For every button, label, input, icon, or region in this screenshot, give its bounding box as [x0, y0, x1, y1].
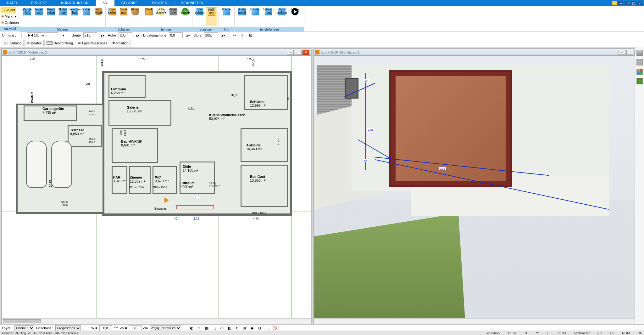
- hoehe-spin-icon[interactable]: ▴▾: [135, 32, 141, 38]
- sidedim-p: 76: [286, 97, 289, 100]
- pane3d-minimize-icon[interactable]: ━: [619, 50, 625, 55]
- 3d-viewport[interactable]: -20 2,85 40 2,15: [314, 56, 642, 318]
- flaeche-button[interactable]: Fläche: [220, 7, 233, 26]
- floorplan-canvas[interactable]: 2.26 4.00 4.00 2m 2m Luftraum6,268 m² Ga…: [2, 56, 311, 318]
- tab-projekt[interactable]: PROJEKT: [24, 0, 54, 6]
- bot-icon-3[interactable]: ▦: [204, 325, 209, 331]
- tab-bearbeiten[interactable]: BEARBEITEN: [175, 0, 211, 6]
- tool3-icon[interactable]: ⊡: [248, 32, 253, 38]
- tab-3d[interactable]: 3D: [96, 0, 114, 6]
- dim-blue-215: 2,15: [193, 194, 200, 198]
- beschriftung-button[interactable]: TXTBeschriftung: [44, 40, 75, 46]
- schatten-button[interactable]: Schatten: [249, 7, 262, 26]
- bot-icon-1[interactable]: ◐: [189, 325, 194, 331]
- hintergrund-button[interactable]: Hinter- grund: [236, 7, 248, 26]
- sidedim-k: 88,5: [119, 130, 122, 135]
- beleuchtung-button[interactable]: Beleuch- tung: [262, 7, 275, 26]
- component-icon: ▭: [26, 41, 30, 45]
- skalieren-button[interactable]: Skalie- ren: [57, 7, 69, 26]
- kollision-button[interactable]: Kolli- sion: [206, 7, 217, 26]
- breite-spin-icon[interactable]: ▴▾: [100, 32, 105, 38]
- tab-konstruktion[interactable]: KONSTRUKTION: [54, 0, 96, 6]
- schatten-rechnen-button[interactable]: Rech- nen: [118, 7, 129, 26]
- sturz-spin-icon[interactable]: ▴▾: [220, 32, 226, 38]
- minimize-icon[interactable]: ━: [618, 1, 623, 5]
- maximize-icon[interactable]: ▢: [631, 1, 636, 5]
- hintergrund-pinsel-button[interactable]: Hin. Pinsel: [93, 7, 104, 26]
- bot-icon-6[interactable]: ◧: [226, 325, 232, 331]
- tab-datei[interactable]: DATEI: [0, 0, 24, 6]
- help-icon[interactable]: ?: [637, 1, 642, 5]
- bot-icon-8[interactable]: ⊞: [242, 325, 247, 331]
- ribbon-group-material: Abgrei- fen Zuwei- sen Bear- beiten Skal…: [20, 6, 106, 31]
- breite-input[interactable]: [83, 32, 97, 38]
- oeffnung-dropdown-icon[interactable]: ▾: [61, 32, 66, 38]
- bearbeiten-button[interactable]: Bear- beiten: [45, 7, 57, 26]
- bot-icon-11[interactable]: ⋮⋮: [264, 325, 270, 331]
- optionen-button[interactable]: ✚Optionen: [1, 20, 19, 26]
- darstellung-button[interactable]: Dar- stellung: [275, 7, 288, 26]
- pane-maximize-icon[interactable]: ❐: [295, 50, 302, 55]
- bot-icon-7[interactable]: ✦: [234, 325, 240, 331]
- bruestung-input[interactable]: [169, 32, 183, 38]
- tab-gelaende[interactable]: GELÄNDE: [114, 0, 145, 6]
- furniture-palette-icon[interactable]: [636, 59, 643, 65]
- objekt-button[interactable]: Objekt: [143, 7, 155, 26]
- bot-icon-10[interactable]: ⊡: [257, 325, 262, 331]
- schatten-pinsel-button[interactable]: Pinsel: [130, 7, 141, 26]
- zuweisen-button[interactable]: Zuwei- sen: [33, 7, 45, 26]
- status-scale: 1:100: [557, 331, 566, 335]
- 3d-titlebar[interactable]: 25 07 2016_Michel.cad:1 ━ ❐ ✕: [314, 49, 642, 56]
- dy-input[interactable]: [129, 325, 142, 331]
- selekt-button[interactable]: ▭Selekt: [1, 7, 16, 13]
- dx-input[interactable]: [99, 325, 112, 331]
- layer-geschoss-button[interactable]: ≋Layer/Geschoss: [76, 40, 109, 46]
- sidedim-c: 101,0: [30, 96, 33, 104]
- geschoss-select[interactable]: Erdgeschos: [55, 325, 81, 331]
- tab-sichten[interactable]: SICHTEN: [145, 0, 174, 6]
- pane-minimize-icon[interactable]: ━: [287, 50, 294, 55]
- schatten-darstellen-button[interactable]: Dar- stellen: [107, 7, 118, 26]
- restore-icon[interactable]: ❐: [625, 1, 630, 5]
- color-palette-icon[interactable]: [636, 69, 643, 75]
- tree-palette-icon[interactable]: [636, 78, 643, 84]
- layer-select[interactable]: Ebene 1: [14, 325, 34, 331]
- bot-icon-9[interactable]: ◆: [249, 325, 255, 331]
- drehen-button[interactable]: Drehen: [81, 7, 92, 26]
- tool2-icon[interactable]: ◊: [240, 32, 245, 38]
- floorplan-scrollbar[interactable]: [3, 319, 41, 323]
- bot-icon-12[interactable]: 🚫: [272, 325, 277, 331]
- katalog-button[interactable]: 📖Katalog: [2, 40, 24, 46]
- mark-button[interactable]: ✚Mark. ▾: [1, 13, 17, 20]
- window-controls: ✕ ━ ❐ ▢ ?: [612, 0, 644, 6]
- hoehe-input[interactable]: [119, 32, 132, 38]
- oeffnung-type-icon[interactable]: ║: [19, 32, 24, 38]
- 3d-bitmap-button[interactable]: 3D- Bitmap: [180, 7, 191, 26]
- oeffnung-input[interactable]: [27, 32, 58, 38]
- layers-palette-icon[interactable]: [636, 50, 643, 56]
- position-button[interactable]: ✥Position: [110, 40, 131, 46]
- side-palette: [635, 47, 644, 326]
- pane3d-maximize-icon[interactable]: ❐: [626, 50, 633, 55]
- pane-close-icon[interactable]: ✕: [303, 50, 309, 55]
- verschieben-button[interactable]: Verschie- ben: [69, 7, 80, 26]
- bauteil-button[interactable]: ▭Bauteil: [24, 40, 44, 46]
- tool1-icon[interactable]: ⇔: [231, 32, 237, 38]
- video-button[interactable]: Video: [289, 7, 301, 26]
- selected-window[interactable]: [176, 205, 214, 209]
- bot-icon-5[interactable]: ▭: [219, 325, 225, 331]
- bot-icon-2[interactable]: ⊕: [196, 325, 202, 331]
- abgreifen-button[interactable]: Abgrei- fen: [21, 7, 33, 26]
- sturz-input[interactable]: [204, 32, 218, 38]
- coord-mode-select[interactable]: dx,dy (relativ ka: [150, 325, 181, 331]
- dy-unit: cm: [143, 326, 148, 330]
- breite-label: Breite: [72, 33, 81, 37]
- status-bar: Fenster RH 1flg. w L=Einbauteile G=Erdge…: [0, 331, 644, 335]
- bot-icon-4[interactable]: ⬚: [211, 325, 217, 331]
- lichtquelle-button[interactable]: Licht- quelle ▾: [155, 7, 167, 26]
- 3d-schnitt-button[interactable]: 3D- Schnitt: [194, 7, 205, 26]
- bruestung-spin-icon[interactable]: ▴▾: [185, 32, 191, 38]
- kamera-button[interactable]: Kame- ra ▾: [168, 7, 179, 26]
- floorplan-titlebar[interactable]: 25 07 2016_Michel.cad:2 ━ ❐ ✕: [2, 49, 311, 56]
- tool-icon[interactable]: ✕: [612, 1, 617, 5]
